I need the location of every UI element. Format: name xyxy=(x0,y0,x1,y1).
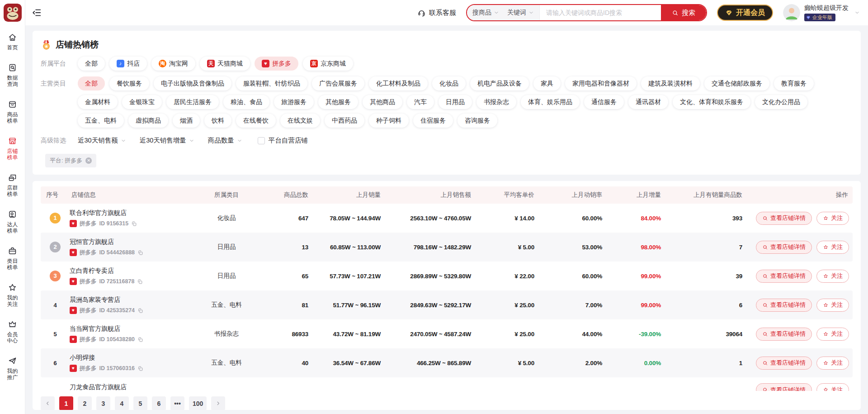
view-shop-detail-button[interactable]: 查看店铺详情 xyxy=(756,383,812,391)
category-pill[interactable]: 中西药品 xyxy=(325,114,364,128)
sidebar-item-shop-group-rank[interactable]: 店群榜单 xyxy=(7,173,19,197)
follow-shop-button[interactable]: 关注 xyxy=(816,299,849,312)
sidebar-item-product-rank[interactable]: 商品榜单 xyxy=(7,100,19,124)
view-shop-detail-button[interactable]: 查看店铺详情 xyxy=(756,241,812,254)
category-pill[interactable]: 饮料 xyxy=(204,114,231,128)
follow-shop-button[interactable]: 关注 xyxy=(816,328,849,341)
category-pill[interactable]: 化妆品 xyxy=(432,76,466,90)
category-pill[interactable]: 咨询服务 xyxy=(458,114,497,128)
shop-name-link[interactable]: 联合利华官方旗舰店 xyxy=(70,209,197,217)
category-pill[interactable]: 粮油、食品 xyxy=(223,95,269,109)
copy-id-button[interactable] xyxy=(131,221,137,227)
search-button[interactable]: 搜索 xyxy=(661,5,706,20)
self-operated-checkbox[interactable] xyxy=(258,137,265,144)
search-input[interactable] xyxy=(540,9,661,16)
category-pill[interactable]: 金银珠宝 xyxy=(122,95,162,109)
platform-pill[interactable]: 天 天猫商城 xyxy=(200,57,250,71)
shop-name-link[interactable]: 晨洲岛家装专营店 xyxy=(70,296,197,304)
category-pill[interactable]: 其他商品 xyxy=(363,95,402,109)
app-logo[interactable] xyxy=(4,4,22,22)
category-pill[interactable]: 在线文娱 xyxy=(280,114,320,128)
user-menu[interactable]: 癞蛤蟆超级开发 企业年版 xyxy=(783,4,860,21)
category-pill[interactable]: 交通仓储邮政服务 xyxy=(704,76,769,90)
page-number-button[interactable]: 6 xyxy=(152,396,166,410)
advanced-filter-dropdown[interactable]: 近30天销售额 xyxy=(78,136,126,145)
category-pill[interactable]: 服装鞋帽、针纺织品 xyxy=(236,76,307,90)
shop-name-link[interactable]: 当当网官方旗舰店 xyxy=(70,325,197,333)
shop-name-link[interactable]: 刀龙食品官方旗舰店 xyxy=(70,383,127,391)
copy-id-button[interactable] xyxy=(137,250,143,256)
category-pill[interactable]: 金属材料 xyxy=(78,95,118,109)
follow-shop-button[interactable]: 关注 xyxy=(816,270,849,283)
sidebar-item-my-promotion[interactable]: 我的推广 xyxy=(7,356,19,381)
sidebar-item-my-follows[interactable]: 我的关注 xyxy=(7,283,19,307)
search-scope-keyword-dropdown[interactable]: 关键词 xyxy=(507,9,534,17)
follow-shop-button[interactable]: 关注 xyxy=(816,241,849,254)
category-pill[interactable]: 其他服务 xyxy=(318,95,358,109)
category-pill[interactable]: 虚拟商品 xyxy=(128,114,168,128)
shop-name-link[interactable]: 小明焊接 xyxy=(70,354,197,362)
page-number-button[interactable]: 100 xyxy=(189,396,207,410)
category-pill[interactable]: 机电产品及设备 xyxy=(470,76,529,90)
sidebar-item-home[interactable]: 首页 xyxy=(7,33,19,51)
next-page-button[interactable] xyxy=(211,396,225,410)
platform-pill[interactable]: 京 京东商城 xyxy=(303,57,353,71)
category-pill[interactable]: 在线餐饮 xyxy=(236,114,276,128)
sidebar-collapse-button[interactable] xyxy=(32,8,42,18)
category-pill[interactable]: 建筑及装潢材料 xyxy=(641,76,700,90)
view-shop-detail-button[interactable]: 查看店铺详情 xyxy=(756,357,812,370)
follow-shop-button[interactable]: 关注 xyxy=(816,357,849,370)
sidebar-item-member-center[interactable]: 会员中心 xyxy=(7,319,19,344)
category-pill[interactable]: 日用品 xyxy=(439,95,472,109)
category-pill[interactable]: 文化、体育和娱乐服务 xyxy=(673,95,750,109)
category-pill[interactable]: 家用电器和音像器材 xyxy=(565,76,637,90)
category-pill[interactable]: 汽车 xyxy=(407,95,434,109)
open-membership-button[interactable]: 开通会员 xyxy=(717,5,773,21)
view-shop-detail-button[interactable]: 查看店铺详情 xyxy=(756,299,812,312)
sidebar-item-data-query[interactable]: 数据查询 xyxy=(7,63,19,87)
sidebar-item-category-rank[interactable]: 类目榜单 xyxy=(7,246,19,271)
platform-pill[interactable]: 全部 xyxy=(78,57,105,71)
shop-name-link[interactable]: 冠恒官方旗舰店 xyxy=(70,238,197,246)
shop-name-link[interactable]: 立白青柠专卖店 xyxy=(70,267,197,275)
tag-close-icon[interactable]: ✕ xyxy=(85,157,92,164)
copy-id-button[interactable] xyxy=(137,279,143,285)
category-pill[interactable]: 烟酒 xyxy=(173,114,200,128)
category-pill[interactable]: 餐饮服务 xyxy=(109,76,149,90)
follow-shop-button[interactable]: 关注 xyxy=(816,383,849,391)
copy-id-button[interactable] xyxy=(137,308,143,314)
category-pill[interactable]: 通讯器材 xyxy=(628,95,668,109)
follow-shop-button[interactable]: 关注 xyxy=(816,212,849,225)
copy-id-button[interactable] xyxy=(137,337,143,343)
platform-pill[interactable]: ♥ 拼多多 xyxy=(255,57,298,71)
category-pill[interactable]: 居民生活服务 xyxy=(166,95,219,109)
category-pill[interactable]: 通信服务 xyxy=(584,95,624,109)
category-pill[interactable]: 种子饲料 xyxy=(369,114,409,128)
category-pill[interactable]: 家具 xyxy=(533,76,561,90)
self-operated-checkbox-wrap[interactable]: 平台自营店铺 xyxy=(258,136,308,145)
category-pill[interactable]: 化工材料及制品 xyxy=(369,76,428,90)
prev-page-button[interactable] xyxy=(41,396,55,410)
platform-pill[interactable]: ♪ 抖店 xyxy=(109,57,147,71)
category-pill[interactable]: 住宿服务 xyxy=(413,114,453,128)
category-pill[interactable]: 教育服务 xyxy=(774,76,814,90)
sidebar-item-influencer-rank[interactable]: 达人榜单 xyxy=(7,209,19,234)
advanced-filter-dropdown[interactable]: 近30天销售增量 xyxy=(140,136,194,145)
page-number-button[interactable]: 4 xyxy=(115,396,129,410)
category-pill[interactable]: 书报杂志 xyxy=(476,95,516,109)
page-number-button[interactable]: ••• xyxy=(170,396,184,410)
page-number-button[interactable]: 1 xyxy=(59,396,73,410)
page-number-button[interactable]: 5 xyxy=(133,396,147,410)
category-pill[interactable]: 五金、电料 xyxy=(78,114,124,128)
view-shop-detail-button[interactable]: 查看店铺详情 xyxy=(756,212,812,225)
category-pill[interactable]: 体育、娱乐用品 xyxy=(521,95,580,109)
sidebar-item-shop-rank[interactable]: 店铺榜单 xyxy=(7,136,19,161)
page-number-button[interactable]: 3 xyxy=(96,396,110,410)
view-shop-detail-button[interactable]: 查看店铺详情 xyxy=(756,270,812,283)
category-pill[interactable]: 全部 xyxy=(78,76,105,90)
category-pill[interactable]: 文化办公用品 xyxy=(755,95,807,109)
page-number-button[interactable]: 2 xyxy=(78,396,92,410)
platform-pill[interactable]: 淘 淘宝网 xyxy=(151,57,195,71)
contact-support-button[interactable]: 联系客服 xyxy=(417,9,456,17)
advanced-filter-dropdown[interactable]: 商品数量 xyxy=(208,136,242,145)
